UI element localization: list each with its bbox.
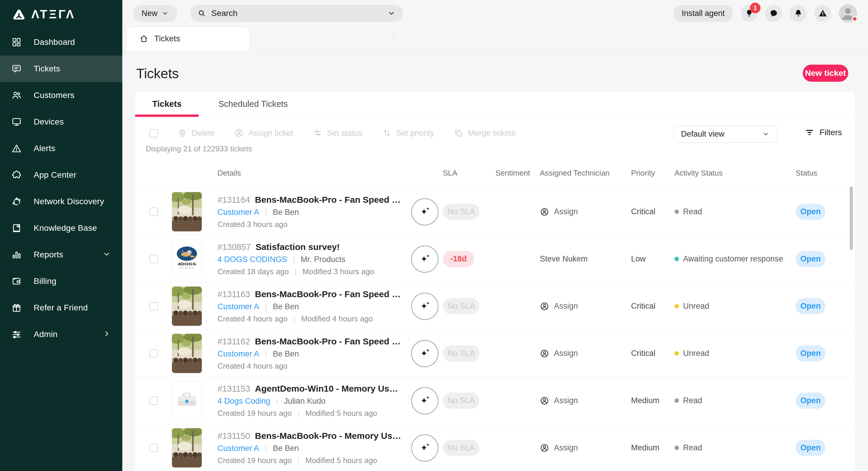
set-priority-button[interactable]: Set priority	[382, 128, 434, 138]
person-circle-icon	[540, 443, 549, 453]
customer-link[interactable]: Customer A	[217, 208, 259, 217]
breadcrumb-tab-tickets[interactable]: Tickets	[126, 27, 250, 51]
atera-logo-text: ΛΤΞΓΛ	[31, 8, 75, 20]
row-checkbox[interactable]	[150, 349, 158, 358]
sidebar-item-dashboard[interactable]: Dashboard	[0, 29, 122, 56]
active-tab-underline	[135, 114, 199, 117]
customer-link[interactable]: Customer A	[217, 444, 259, 453]
chevron-down-icon[interactable]	[387, 9, 396, 18]
billing-wallet-icon	[11, 276, 22, 287]
ticket-title[interactable]: Bens-MacBook-Pro - Fan Speed ( (Left Sid…	[255, 336, 402, 346]
customer-link[interactable]: Customer A	[217, 349, 259, 359]
alerts-button[interactable]	[814, 5, 831, 22]
delete-button[interactable]: Delete	[178, 128, 215, 138]
atera-logo[interactable]: ΛΤΞΓΛ	[0, 0, 122, 29]
status-badge[interactable]: Open	[796, 251, 826, 267]
activity-dot	[675, 446, 679, 450]
table-row[interactable]: #130857Satisfaction survey! 4 DOGS CODIN…	[135, 235, 855, 282]
assign-technician-button[interactable]: Assign	[540, 349, 631, 358]
customer-link[interactable]: 4 DOGS CODINGS	[217, 255, 287, 264]
sidebar-item-network-discovery[interactable]: Network Discovery	[0, 188, 122, 215]
status-badge[interactable]: Open	[796, 440, 826, 456]
table-header-row: Details SLA Sentiment Assigned Technicia…	[135, 163, 855, 183]
filters-button[interactable]: Filters	[805, 128, 842, 137]
sidebar-item-label: Customers	[34, 91, 74, 100]
row-checkbox[interactable]	[150, 207, 158, 216]
reports-bars-icon	[11, 249, 22, 260]
home-icon	[140, 34, 148, 43]
sidebar-item-alerts[interactable]: Alerts	[0, 135, 122, 162]
row-checkbox[interactable]	[150, 396, 158, 405]
status-badge[interactable]: Open	[796, 204, 826, 220]
customer-link[interactable]: 4 Dogs Coding	[217, 397, 270, 406]
modified-ago: Modified 4 hours ago	[301, 314, 373, 324]
table-row[interactable]: #131150Bens-MacBook-Pro - Memory Usage C…	[135, 424, 855, 471]
table-row[interactable]: #131163Bens-MacBook-Pro - Fan Speed ( (L…	[135, 282, 855, 330]
sparkle-icon	[418, 205, 431, 218]
assign-technician-button[interactable]: Assign	[540, 302, 631, 311]
table-row[interactable]: #131164Bens-MacBook-Pro - Fan Speed ( (L…	[135, 188, 855, 235]
sidebar-item-billing[interactable]: Billing	[0, 268, 122, 295]
user-avatar[interactable]	[839, 4, 857, 23]
ticket-title[interactable]: Bens-MacBook-Pro - Memory Usage	[255, 431, 402, 441]
merge-tickets-button[interactable]: Merge tickets	[454, 128, 516, 138]
row-checkbox[interactable]	[150, 302, 158, 310]
activity-label: Unread	[683, 302, 709, 311]
sidebar-item-admin[interactable]: Admin	[0, 321, 122, 348]
ai-copilot-button[interactable]	[411, 340, 438, 367]
vertical-scrollbar-thumb[interactable]	[850, 187, 853, 250]
activity-status: Unread	[675, 349, 796, 358]
row-checkbox[interactable]	[150, 255, 158, 263]
ticket-title[interactable]: AgentDemo-Win10 - Memory Usage	[255, 384, 402, 394]
admin-sliders-icon	[11, 329, 22, 340]
sparkle-icon	[418, 347, 431, 360]
devices-monitor-icon	[11, 116, 22, 127]
ai-copilot-button[interactable]	[411, 245, 438, 273]
tab-tickets[interactable]: Tickets	[135, 92, 199, 116]
ai-copilot-button[interactable]	[411, 434, 438, 462]
ticket-title[interactable]: Bens-MacBook-Pro - Fan Speed ( (Left Sid…	[255, 195, 402, 205]
row-checkbox[interactable]	[150, 443, 158, 452]
sidebar-item-refer-a-friend[interactable]: Refer a Friend	[0, 295, 122, 321]
table-row[interactable]: #131162Bens-MacBook-Pro - Fan Speed ( (L…	[135, 330, 855, 377]
sidebar-item-knowledge-base[interactable]: Knowledge Base	[0, 215, 122, 241]
assign-technician-button[interactable]: Assign	[540, 396, 631, 405]
tab-divider	[393, 32, 393, 45]
whats-new-button[interactable]: 1	[741, 5, 757, 22]
ticket-details: #130857Satisfaction survey! 4 DOGS CODIN…	[217, 242, 411, 276]
global-search[interactable]	[190, 5, 403, 22]
status-badge[interactable]: Open	[796, 393, 826, 409]
sparkle-icon	[418, 253, 431, 266]
sidebar-item-devices[interactable]: Devices	[0, 109, 122, 135]
sparkle-icon	[418, 441, 431, 455]
person-circle-icon	[540, 396, 549, 405]
ticket-id: #131150	[217, 431, 250, 441]
ticket-title[interactable]: Satisfaction survey!	[255, 242, 340, 252]
status-badge[interactable]: Open	[796, 345, 826, 362]
table-row[interactable]: #131153AgentDemo-Win10 - Memory Usage 4 …	[135, 377, 855, 424]
chat-button[interactable]	[765, 5, 782, 22]
set-status-button[interactable]: Set status	[313, 128, 363, 138]
customer-link[interactable]: Customer A	[217, 302, 259, 311]
search-input[interactable]	[211, 8, 382, 18]
assign-technician-button[interactable]: Assign	[540, 443, 631, 453]
ai-copilot-button[interactable]	[411, 198, 438, 226]
ticket-title[interactable]: Bens-MacBook-Pro - Fan Speed ( (Left Sid…	[255, 289, 402, 299]
status-badge[interactable]: Open	[796, 298, 826, 314]
sidebar-item-customers[interactable]: Customers	[0, 82, 122, 109]
sidebar-item-app-center[interactable]: App Center	[0, 162, 122, 188]
new-ticket-button[interactable]: New ticket	[803, 65, 848, 82]
notifications-button[interactable]	[790, 5, 807, 22]
ai-copilot-button[interactable]	[411, 387, 438, 414]
new-dropdown-button[interactable]: New	[133, 5, 177, 22]
sidebar-item-reports[interactable]: Reports	[0, 241, 122, 268]
view-selector-dropdown[interactable]: Default view	[674, 126, 777, 142]
sidebar-item-tickets[interactable]: Tickets	[0, 56, 122, 82]
select-all-checkbox[interactable]	[150, 129, 158, 137]
assign-technician-button[interactable]: Assign	[540, 207, 631, 216]
install-agent-button[interactable]: Install agent	[673, 5, 733, 22]
tab-scheduled-tickets[interactable]: Scheduled Tickets	[215, 92, 291, 116]
ai-copilot-button[interactable]	[411, 293, 438, 320]
ticket-details: #131153AgentDemo-Win10 - Memory Usage 4 …	[217, 384, 411, 418]
assign-ticket-button[interactable]: Assign ticket	[234, 128, 293, 138]
